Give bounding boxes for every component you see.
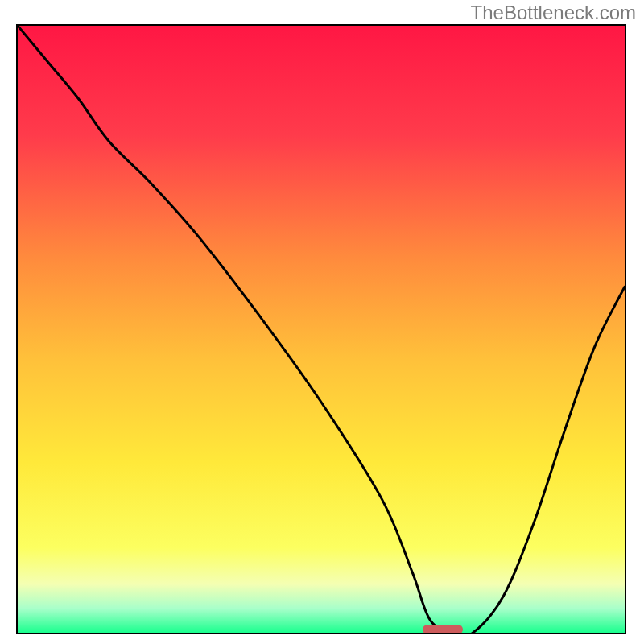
plot-area xyxy=(16,24,626,634)
optimal-marker xyxy=(423,625,463,634)
curve-layer xyxy=(18,26,625,633)
bottleneck-chart: TheBottleneck.com xyxy=(0,0,644,644)
watermark-text: TheBottleneck.com xyxy=(471,2,636,24)
bottleneck-curve xyxy=(18,26,625,633)
